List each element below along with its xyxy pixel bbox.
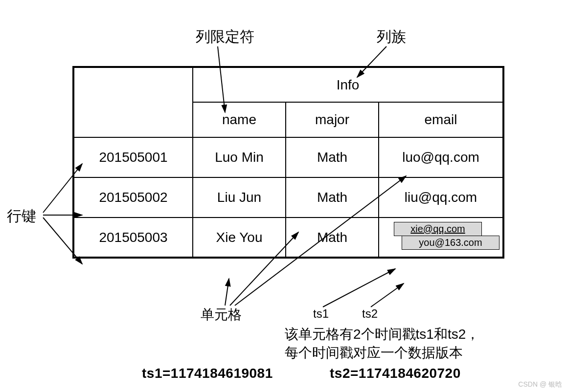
- table-row: 201505001 Luo Min Math luo@qq.com: [73, 137, 503, 177]
- cell-label: 单元格: [201, 305, 242, 324]
- email-cell: luo@qq.com: [379, 137, 503, 177]
- email-version-ts2: you@163.com: [402, 236, 499, 250]
- ts2-label: ts2: [362, 307, 378, 321]
- ts2-value: ts2=1174184620720: [330, 366, 461, 381]
- row-key-label: 行键: [7, 206, 36, 226]
- rowkey-cell: 201505003: [73, 218, 193, 258]
- table-row: 201505002 Liu Jun Math liu@qq.com: [73, 177, 503, 218]
- watermark: CSDN @ 银晗: [518, 380, 562, 389]
- email-cell: liu@qq.com: [379, 177, 503, 218]
- description-line-1: 该单元格有2个时间戳ts1和ts2，: [285, 325, 479, 344]
- email-version-ts1: xie@qq.com: [394, 222, 482, 236]
- col-email: email: [379, 102, 503, 137]
- table-row: 201505003 Xie You Math xie@qq.com you@16…: [73, 218, 503, 258]
- hbase-table: Info name major email 201505001 Luo Min …: [72, 66, 504, 259]
- svg-line-9: [371, 283, 404, 307]
- column-family-header: Info: [193, 67, 503, 102]
- major-cell: Math: [286, 177, 379, 218]
- column-qualifier-label: 列限定符: [196, 27, 254, 47]
- svg-line-8: [323, 269, 395, 307]
- ts1-value: ts1=1174184619081: [142, 366, 273, 381]
- name-cell: Xie You: [193, 218, 286, 258]
- rowkey-cell: 201505002: [73, 177, 193, 218]
- major-cell: Math: [286, 137, 379, 177]
- name-cell: Luo Min: [193, 137, 286, 177]
- col-name: name: [193, 102, 286, 137]
- rowkey-cell: 201505001: [73, 137, 193, 177]
- rowkey-header-blank: [73, 67, 193, 137]
- column-family-label: 列族: [377, 27, 406, 47]
- svg-line-5: [225, 279, 229, 305]
- ts1-label: ts1: [313, 307, 329, 321]
- name-cell: Liu Jun: [193, 177, 286, 218]
- description-line-2: 每个时间戳对应一个数据版本: [285, 344, 463, 362]
- major-cell: Math: [286, 218, 379, 258]
- email-cell-versions: xie@qq.com you@163.com: [379, 218, 503, 258]
- col-major: major: [286, 102, 379, 137]
